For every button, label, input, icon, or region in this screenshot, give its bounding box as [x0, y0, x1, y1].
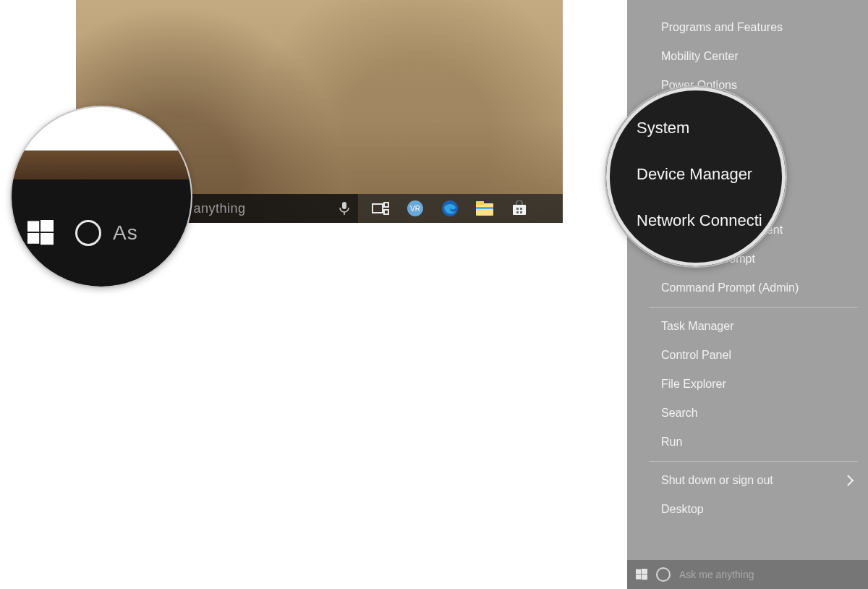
cortana-search-box-zoom[interactable]: As [69, 220, 138, 246]
svg-rect-22 [27, 233, 39, 244]
lens-taskbar-zoom: As [12, 179, 191, 287]
svg-rect-8 [384, 210, 388, 214]
svg-rect-17 [520, 208, 522, 210]
svg-rect-26 [636, 575, 641, 580]
menu-item-mobility-center[interactable]: Mobility Center [627, 42, 868, 71]
menu-separator [649, 307, 858, 308]
cortana-icon [656, 567, 671, 582]
cortana-icon [75, 220, 101, 246]
svg-rect-15 [513, 205, 526, 215]
edge-browser-icon[interactable] [441, 199, 459, 218]
menu-item-search[interactable]: Search [627, 399, 868, 428]
task-view-icon[interactable] [371, 199, 390, 218]
vr-app-icon[interactable]: VR [406, 199, 425, 218]
menu-item-programs-features[interactable]: Programs and Features [627, 13, 868, 42]
svg-rect-13 [476, 201, 484, 205]
lens-desktop-strip [12, 151, 191, 179]
menu-item-run[interactable]: Run [627, 428, 868, 457]
start-button-zoom[interactable] [12, 204, 69, 262]
svg-rect-20 [27, 221, 39, 232]
taskbar-peek: Ask me anything [627, 560, 868, 589]
svg-rect-25 [642, 569, 647, 574]
svg-rect-7 [384, 203, 388, 207]
svg-rect-21 [41, 220, 54, 232]
svg-rect-14 [476, 207, 493, 209]
windows-logo-icon [27, 220, 54, 246]
menu-item-control-panel[interactable]: Control Panel [627, 341, 868, 370]
menu-item-command-prompt-admin[interactable]: Command Prompt (Admin) [627, 274, 868, 302]
zoom-item-device-manager[interactable]: Device Manager [637, 165, 786, 184]
winx-menu-screenshot: Programs and Features Mobility Center Po… [627, 0, 868, 589]
svg-rect-24 [636, 569, 641, 575]
menu-item-task-manager[interactable]: Task Manager [627, 312, 868, 341]
microphone-icon[interactable] [339, 202, 349, 215]
svg-rect-19 [520, 211, 522, 213]
magnifier-lens-start: As [10, 106, 192, 288]
zoom-item-system[interactable]: System [637, 119, 786, 137]
menu-item-desktop[interactable]: Desktop [627, 495, 868, 524]
svg-rect-12 [476, 203, 493, 216]
svg-rect-27 [642, 575, 647, 580]
cortana-search-placeholder: Ask me anything [679, 569, 754, 580]
svg-rect-4 [342, 202, 346, 209]
svg-text:VR: VR [410, 205, 420, 213]
winx-menu-zoom: System Device Manager Network Connecti [637, 119, 786, 230]
file-explorer-icon[interactable] [475, 199, 494, 218]
taskbar-pinned-apps: VR [371, 199, 529, 218]
cortana-search-placeholder-zoom: As [113, 221, 138, 245]
svg-rect-23 [41, 233, 54, 245]
magnifier-lens-device-manager: System Device Manager Network Connecti [605, 85, 787, 268]
menu-item-file-explorer[interactable]: File Explorer [627, 370, 868, 399]
svg-rect-16 [516, 208, 519, 210]
svg-rect-6 [373, 204, 383, 213]
menu-separator [649, 461, 858, 462]
menu-item-shutdown-signout[interactable]: Shut down or sign out [627, 466, 868, 495]
windows-logo-icon [636, 569, 647, 580]
svg-rect-18 [516, 211, 519, 213]
zoom-item-network-connections[interactable]: Network Connecti [637, 211, 786, 230]
store-icon[interactable] [510, 199, 529, 218]
